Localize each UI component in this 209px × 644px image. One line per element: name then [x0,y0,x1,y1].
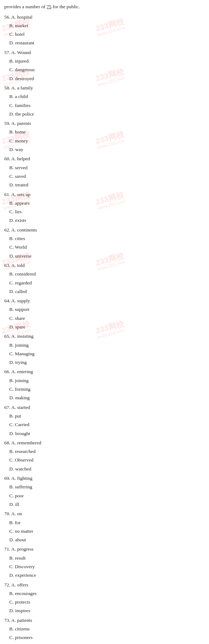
option-66-C: C. forming [4,385,205,394]
question-num-63: 63. A. told [4,261,205,270]
intro-line: provides a number of 75 for the public. [4,3,205,11]
option-58-C: C. families [4,101,205,110]
intro-text-after: for the public. [51,4,80,9]
option-56-B: B. market [4,21,205,30]
option-64-B: B. support [4,305,205,314]
option-58-B: B. a child [4,92,205,101]
option-70-C: C. no matter [4,527,205,536]
option-61-C: C. lies [4,208,205,216]
option-58-D: D. the police [4,110,205,118]
option-64-C: C. share [4,314,205,323]
option-56-C: C. hotel [4,30,205,39]
option-68-D: D. watched [4,465,205,473]
option-71-D: D. experience [4,571,205,580]
option-73-B: B. citizens [4,625,205,633]
option-57-C: C. dangerous [4,65,205,74]
option-70-D: D. about [4,536,205,544]
question-block-63: 63. A. toldB. consideredC. regardedD. ca… [4,261,205,296]
option-66-B: B. joining [4,376,205,385]
question-num-64: 64. A. supply [4,297,205,305]
option-60-C: C. saved [4,172,205,181]
question-num-57: 57. A. Wound [4,48,205,57]
option-62-D: D. universe [4,252,205,260]
question-num-73: 73. A. patients [4,616,205,625]
option-59-D: D. way [4,145,205,154]
question-num-58: 58. A. a family [4,84,205,92]
question-block-61: 61. A. sets upB. appearsC. liesD. exists [4,190,205,225]
option-67-B: B. put [4,412,205,420]
option-59-B: B. home [4,128,205,136]
question-num-56: 56. A. hospital [4,13,205,21]
question-block-72: 72. A. offersB. encouragesC. protectsD. … [4,581,205,615]
question-block-56: 56. A. hospitalB. marketC. hotelD. resta… [4,13,205,48]
question-block-71: 71. A. progressB. resultC. DiscoveryD. e… [4,545,205,580]
option-60-D: D. treated [4,181,205,189]
option-56-D: D. restaurant [4,39,205,47]
question-block-69: 69. A. fightingB. sufferingC. poorD. ill [4,474,205,509]
question-num-72: 72. A. offers [4,581,205,589]
option-61-D: D. exists [4,216,205,225]
option-72-C: C. protects [4,598,205,606]
option-63-B: B. considered [4,270,205,278]
question-block-62: 62. A. continentsB. citiesC. WorldD. uni… [4,226,205,260]
question-block-66: 66. A. enteringB. joiningC. formingD. ma… [4,367,205,402]
option-57-D: D. destroyed [4,74,205,83]
question-num-66: 66. A. entering [4,367,205,376]
question-block-58: 58. A. a familyB. a childC. familiesD. t… [4,84,205,118]
question-num-71: 71. A. progress [4,545,205,553]
option-62-C: C. World [4,243,205,252]
question-block-68: 68. A. rememberedB. researchedC. Observe… [4,439,205,473]
option-71-B: B. result [4,554,205,562]
option-60-B: B. served [4,164,205,172]
question-num-59: 59. A. parents [4,119,205,128]
question-block-65: 65. A. insistingB. joiningC. ManagingD. … [4,332,205,367]
question-num-65: 65. A. insisting [4,332,205,341]
option-65-D: D. trying [4,358,205,367]
option-68-B: B. researched [4,447,205,456]
intro-underline: 75 [46,4,51,9]
question-block-67: 67. A. startedB. putC. CarriedD. brought [4,403,205,438]
option-73-D: D. laborers [4,642,205,644]
question-block-70: 70. A. onB. forC. no matterD. about [4,509,205,544]
option-69-C: C. poor [4,492,205,500]
question-block-57: 57. A. WoundB. injuredC. dangerousD. des… [4,48,205,83]
option-66-D: D. making [4,394,205,402]
question-num-70: 70. A. on [4,509,205,518]
option-59-C: C. money [4,137,205,145]
question-block-59: 59. A. parentsB. homeC. moneyD. way [4,119,205,154]
option-72-B: B. encourages [4,589,205,598]
question-num-60: 60. A. helped [4,155,205,163]
option-61-B: B. appears [4,199,205,208]
option-70-B: B. for [4,518,205,527]
option-69-D: D. ill [4,500,205,509]
questions-container: 56. A. hospitalB. marketC. hotelD. resta… [4,13,205,644]
question-num-68: 68. A. remembered [4,439,205,447]
question-num-67: 67. A. started [4,403,205,412]
option-64-D: D. spare [4,323,205,331]
option-68-C: C. Observed [4,456,205,464]
option-62-B: B. cities [4,234,205,243]
option-69-B: B. suffering [4,483,205,491]
question-block-73: 73. A. patientsB. citizensC. prisonersD.… [4,616,205,644]
question-block-64: 64. A. supplyB. supportC. shareD. spare [4,297,205,331]
option-71-C: C. Discovery [4,562,205,571]
option-67-D: D. brought [4,429,205,438]
option-63-D: D. called [4,287,205,296]
option-65-B: B. joining [4,341,205,350]
question-num-61: 61. A. sets up [4,190,205,199]
option-63-C: C. regarded [4,279,205,287]
option-67-C: C. Carried [4,420,205,429]
question-num-62: 62. A. continents [4,226,205,234]
option-57-B: B. injured [4,57,205,65]
intro-text-before: provides a number of [4,4,46,9]
option-72-D: D. inspires [4,606,205,615]
question-block-60: 60. A. helpedB. servedC. savedD. treated [4,155,205,189]
question-num-69: 69. A. fighting [4,474,205,483]
option-65-C: C. Managing [4,350,205,358]
option-73-C: C. prisoners [4,633,205,642]
